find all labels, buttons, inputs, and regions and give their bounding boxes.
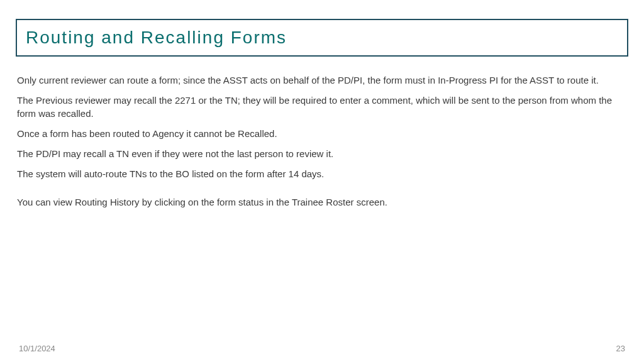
paragraph: The Previous reviewer may recall the 227… bbox=[17, 94, 627, 120]
footer-page-number: 23 bbox=[616, 344, 625, 353]
title-box: Routing and Recalling Forms bbox=[16, 19, 628, 57]
slide-footer: 10/1/2024 23 bbox=[0, 344, 644, 353]
paragraph: You can view Routing History by clicking… bbox=[17, 196, 627, 209]
paragraph: Once a form has been routed to Agency it… bbox=[17, 128, 627, 140]
paragraph: Only current reviewer can route a form; … bbox=[17, 74, 627, 87]
slide-container: Routing and Recalling Forms Only current… bbox=[0, 0, 644, 362]
slide-title: Routing and Recalling Forms bbox=[26, 28, 618, 48]
paragraph: The system will auto-route TNs to the BO… bbox=[17, 168, 627, 180]
body-content: Only current reviewer can route a form; … bbox=[16, 74, 628, 209]
paragraph: The PD/PI may recall a TN even if they w… bbox=[17, 148, 627, 160]
footer-date: 10/1/2024 bbox=[19, 344, 55, 353]
